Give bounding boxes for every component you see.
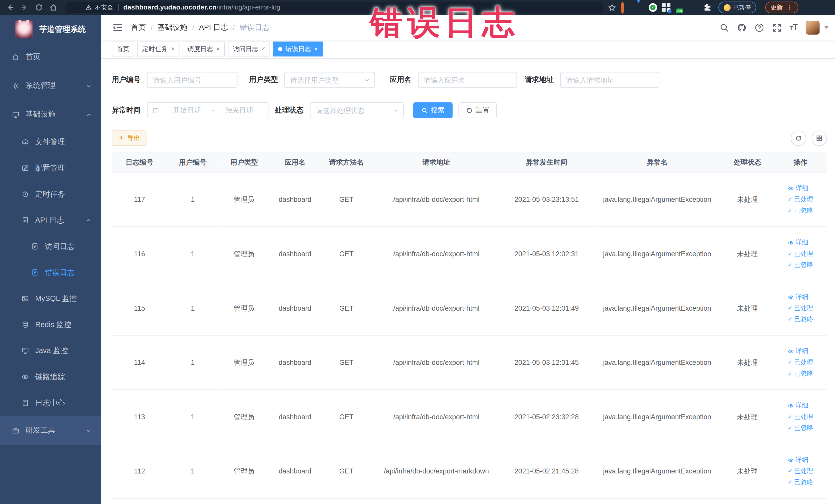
home-icon[interactable]	[49, 3, 58, 12]
url-separator	[118, 4, 119, 11]
reset-button[interactable]: 重置	[459, 102, 497, 118]
address-bar[interactable]: 不安全 dashboard.yudao.iocoder.cn/infra/log…	[65, 2, 604, 13]
mark-processed-link[interactable]: ✓ 已处理	[788, 467, 813, 475]
cell-app-name: dashboard	[270, 172, 320, 227]
tab-scheduled-tasks[interactable]: 定时任务×	[137, 42, 179, 57]
close-icon[interactable]: ×	[262, 46, 265, 52]
sidebar-item-infrastructure[interactable]: 基础设施	[0, 100, 101, 129]
avatar-caret-icon[interactable]	[824, 26, 829, 29]
font-size-icon[interactable]: TT	[790, 22, 798, 33]
cell-request-url: /api/infra/db-doc/export-html	[373, 281, 500, 335]
search-button[interactable]: 搜索	[413, 102, 453, 118]
extensions-puzzle-icon[interactable]	[703, 3, 711, 12]
extension-icon-orange[interactable]	[621, 3, 630, 12]
browser-menu-icon[interactable]: ⋮	[787, 4, 793, 11]
breadcrumb-infrastructure[interactable]: 基础设施	[158, 23, 187, 32]
extension-icon-grid[interactable]	[662, 3, 670, 12]
extension-icon-shield[interactable]	[635, 3, 644, 12]
cell-exception-time: 2021-05-03 12:01:49	[500, 281, 593, 335]
back-icon[interactable]	[6, 3, 14, 12]
date-range-picker[interactable]: 开始日期 - 结束日期	[147, 102, 268, 118]
request-url-input[interactable]	[560, 72, 659, 88]
close-icon[interactable]: ×	[314, 46, 318, 52]
forward-icon[interactable]	[20, 3, 29, 12]
sidebar-item-access-log[interactable]: 访问日志	[0, 234, 101, 260]
mark-ignored-link[interactable]: ✓ 已忽略	[788, 370, 813, 378]
mark-ignored-link[interactable]: ✓ 已忽略	[788, 424, 813, 432]
sidebar-item-api-log[interactable]: API 日志	[0, 207, 101, 234]
extension-icon-on[interactable]: on	[675, 3, 684, 12]
mark-processed-link[interactable]: ✓ 已处理	[788, 250, 813, 258]
app-logo-row[interactable]: 芋道管理系统	[0, 15, 101, 42]
extension-icon-leaf[interactable]	[689, 3, 698, 12]
detail-link[interactable]: 详细	[788, 239, 813, 246]
app-name-input[interactable]	[418, 72, 517, 88]
status-select[interactable]	[310, 102, 404, 118]
tab-error-log[interactable]: 错误日志×	[273, 42, 323, 57]
paused-badge[interactable]: 已暂停	[718, 2, 756, 13]
export-button[interactable]: 导出	[112, 130, 147, 146]
sidebar-item-scheduled-tasks[interactable]: 定时任务	[0, 181, 101, 207]
sidebar-item-home[interactable]: 首页	[0, 43, 101, 72]
breadcrumb-home[interactable]: 首页	[131, 23, 146, 32]
column-settings-button[interactable]	[812, 130, 827, 146]
tab-dispatch-log[interactable]: 调度日志×	[183, 42, 225, 57]
close-icon[interactable]: ×	[216, 46, 220, 52]
close-icon[interactable]: ×	[171, 46, 175, 52]
fullscreen-icon[interactable]	[772, 23, 781, 32]
tab-access-log[interactable]: 访问日志×	[228, 42, 270, 57]
sidebar-item-log-center[interactable]: 日志中心	[0, 390, 101, 416]
sidebar-item-file-management[interactable]: 文件管理	[0, 129, 101, 155]
check-icon: ✓	[788, 358, 792, 366]
mark-processed-link[interactable]: ✓ 已处理	[788, 358, 813, 366]
extension-icon-v[interactable]: ✓	[649, 3, 657, 12]
mark-processed-link[interactable]: ✓ 已处理	[788, 195, 813, 203]
user-type-select[interactable]	[284, 72, 375, 88]
sidebar-item-system[interactable]: 系统管理	[0, 72, 101, 100]
cell-method: GET	[320, 390, 373, 444]
security-label[interactable]: 不安全	[95, 3, 113, 11]
detail-link[interactable]: 详细	[788, 347, 813, 355]
breadcrumb-api-log[interactable]: API 日志	[199, 23, 228, 32]
mark-ignored-link[interactable]: ✓ 已忽略	[788, 207, 813, 215]
detail-link[interactable]: 详细	[788, 402, 813, 409]
sidebar-item-trace[interactable]: 链路追踪	[0, 364, 101, 390]
sidebar-item-config-management[interactable]: 配置管理	[0, 155, 101, 181]
mark-ignored-link[interactable]: ✓ 已忽略	[788, 315, 813, 323]
detail-link[interactable]: 详细	[788, 184, 813, 192]
eye-icon	[788, 294, 794, 300]
sidebar-item-mysql-monitor[interactable]: MySQL 监控	[0, 285, 101, 312]
search-icon[interactable]	[719, 23, 729, 32]
user-id-input[interactable]	[147, 72, 238, 88]
sidebar-item-java-monitor[interactable]: Java 监控	[0, 338, 101, 364]
cell-request-url: /api/infra/db-doc/export-html	[373, 335, 500, 390]
refresh-button[interactable]	[791, 130, 806, 146]
github-icon[interactable]	[737, 23, 747, 32]
col-status: 处理状态	[721, 152, 774, 172]
cell-user-id: 1	[167, 444, 218, 498]
update-button[interactable]: 更新 ⋮	[765, 2, 798, 13]
mark-processed-link[interactable]: ✓ 已处理	[788, 304, 813, 312]
cell-exception-name: java.lang.IllegalArgumentException	[593, 227, 721, 281]
tab-home[interactable]: 首页	[112, 42, 134, 57]
sidebar-item-dev-tools[interactable]: 研发工具	[0, 416, 101, 445]
bookmark-star-icon[interactable]	[608, 3, 616, 11]
cell-exception-name: java.lang.IllegalArgumentException	[593, 335, 721, 390]
reload-icon[interactable]	[35, 3, 43, 12]
sidebar-item-error-log[interactable]: 错误日志	[0, 259, 101, 285]
sidebar-toggle-icon[interactable]	[113, 23, 122, 32]
breadcrumb-error-log: 错误日志	[240, 23, 269, 32]
detail-link[interactable]: 详细	[788, 293, 813, 301]
sidebar-item-redis-monitor[interactable]: Redis 监控	[0, 312, 101, 338]
user-avatar[interactable]	[806, 21, 820, 35]
search-icon	[421, 107, 428, 114]
check-icon: ✓	[788, 207, 792, 215]
mark-ignored-link[interactable]: ✓ 已忽略	[788, 478, 813, 486]
monitor-icon	[12, 110, 20, 118]
app-logo	[15, 20, 33, 39]
mark-processed-link[interactable]: ✓ 已处理	[788, 413, 813, 421]
table-row: 113 1 管理员 dashboard GET /api/infra/db-do…	[112, 390, 827, 444]
detail-link[interactable]: 详细	[788, 456, 813, 464]
help-icon[interactable]	[754, 23, 764, 32]
mark-ignored-link[interactable]: ✓ 已忽略	[788, 261, 813, 269]
